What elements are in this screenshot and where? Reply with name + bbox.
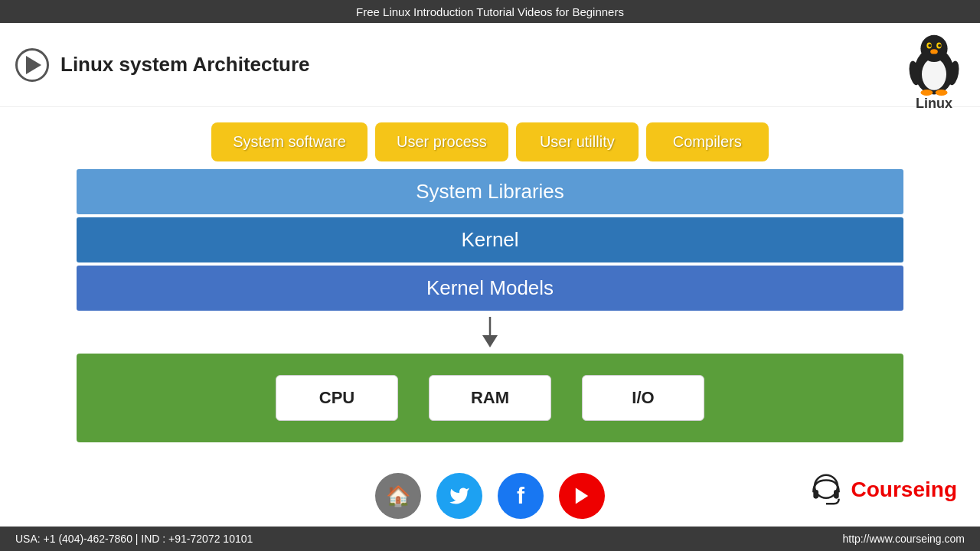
header: Linux system Architecture Linux <box>0 23 980 107</box>
svg-point-6 <box>938 44 941 47</box>
svg-point-5 <box>928 44 931 47</box>
box-user-utility: User utillity <box>516 122 639 161</box>
penguin-icon <box>903 31 965 99</box>
courseing-logo: Courseing <box>807 471 957 509</box>
svg-marker-13 <box>482 335 498 347</box>
top-banner: Free Linux Introduction Tutorial Videos … <box>0 0 980 23</box>
youtube-social-icon[interactable] <box>559 473 605 519</box>
svg-point-8 <box>920 90 933 96</box>
cpu-item: CPU <box>276 375 398 421</box>
banner-text: Free Linux Introduction Tutorial Videos … <box>356 5 624 18</box>
facebook-social-icon[interactable]: f <box>498 473 544 519</box>
svg-point-9 <box>936 90 948 96</box>
twitter-social-icon[interactable] <box>436 473 482 519</box>
arrow-container <box>77 317 903 347</box>
home-social-icon[interactable]: 🏠 <box>375 473 421 519</box>
footer: USA: +1 (404)-462-7860 | IND : +91-72072… <box>0 527 980 551</box>
play-button[interactable] <box>15 48 49 82</box>
linux-logo: Linux <box>903 31 965 112</box>
top-boxes-row: System software User process User utilli… <box>77 122 903 161</box>
down-arrow-icon <box>479 317 501 347</box>
box-user-process: User process <box>375 122 508 161</box>
system-libraries-bar: System Libraries <box>77 169 903 214</box>
svg-point-2 <box>920 35 947 62</box>
hardware-box: CPU RAM I/O <box>77 354 903 442</box>
linux-label: Linux <box>916 96 952 112</box>
svg-point-1 <box>922 58 946 90</box>
box-compilers: Compilers <box>646 122 769 161</box>
ing-part: ing <box>925 478 957 501</box>
headset-icon <box>807 471 845 509</box>
social-row: 🏠 f <box>77 473 903 519</box>
svg-point-7 <box>930 49 938 54</box>
footer-left: USA: +1 (404)-462-7860 | IND : +91-72072… <box>15 533 253 545</box>
page-title: Linux system Architecture <box>60 53 310 77</box>
box-system-software: System software <box>211 122 368 161</box>
course-part: Course <box>851 478 925 501</box>
play-icon <box>26 56 41 74</box>
svg-marker-14 <box>576 488 588 504</box>
io-item: I/O <box>582 375 704 421</box>
kernel-models-bar: Kernel Models <box>77 266 903 311</box>
footer-right: http://www.courseing.com <box>842 533 965 545</box>
kernel-bar: Kernel <box>77 217 903 262</box>
ram-item: RAM <box>429 375 551 421</box>
courseing-text: Courseing <box>851 478 957 502</box>
